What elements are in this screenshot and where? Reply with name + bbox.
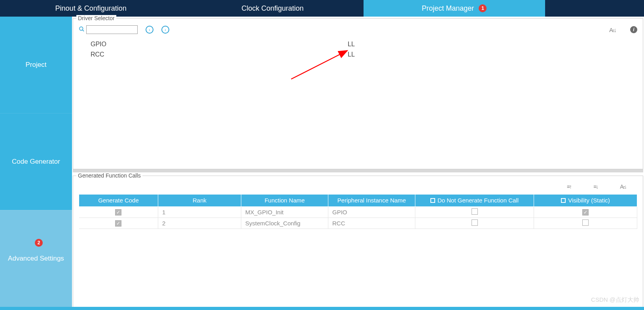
svg-point-0 xyxy=(80,26,83,30)
tab-clock[interactable]: Clock Configuration xyxy=(182,0,363,17)
watermark: CSDN @点灯大帅 xyxy=(591,296,639,304)
cell-function-name: SystemClock_Config xyxy=(241,217,328,229)
visibility-checkbox[interactable] xyxy=(582,219,589,226)
project-manager-sidebar: Project Code Generator 2 Advanced Settin… xyxy=(0,17,72,307)
checkbox-icon xyxy=(430,198,435,203)
generated-function-calls-panel: Generated Function Calls ≡↑ ≡↓ AZ↓ Gener… xyxy=(73,176,643,307)
driver-value: LL xyxy=(348,51,355,58)
driver-value: LL xyxy=(348,41,355,48)
header-function-name[interactable]: Function Name xyxy=(241,195,328,207)
move-up-icon[interactable]: ≡↑ xyxy=(567,183,571,190)
header-text: Do Not Generate Function Call xyxy=(438,197,519,204)
cell-peripheral: GPIO xyxy=(328,206,415,217)
move-down-icon[interactable]: ≡↓ xyxy=(593,183,598,190)
do-not-generate-checkbox[interactable] xyxy=(472,208,478,215)
annotation-badge-1: 1 xyxy=(479,4,487,12)
tab-label: Clock Configuration xyxy=(241,4,303,13)
search-icon xyxy=(79,26,85,34)
cell-peripheral: RCC xyxy=(328,217,415,229)
sidebar-item-project[interactable]: Project xyxy=(0,17,72,113)
sidebar-item-label: Project xyxy=(26,61,47,69)
search-input[interactable] xyxy=(86,25,138,34)
cell-rank: 1 xyxy=(158,206,241,217)
main-area: Driver Selector ‹ › AZ↓ i GPIO LL xyxy=(72,17,644,307)
tab-pinout[interactable]: Pinout & Configuration xyxy=(0,0,182,17)
sort-az-icon[interactable]: AZ↓ xyxy=(620,183,626,190)
visibility-checkbox[interactable]: ✓ xyxy=(582,209,589,215)
collapse-all-button[interactable]: ‹ xyxy=(146,26,153,34)
function-calls-toolbar: ≡↑ ≡↓ AZ↓ xyxy=(79,181,637,192)
panel-separator xyxy=(73,169,643,172)
bottom-strip xyxy=(0,307,644,310)
header-visibility-static[interactable]: Visibility (Static) xyxy=(534,195,637,207)
panel-legend: Driver Selector xyxy=(76,15,116,21)
panel-legend: Generated Function Calls xyxy=(76,172,142,179)
tab-label: Pinout & Configuration xyxy=(55,4,127,13)
cell-rank: 2 xyxy=(158,217,241,229)
checkbox-icon xyxy=(561,198,566,203)
table-row[interactable]: ✓ 2 SystemClock_Config RCC xyxy=(79,217,637,229)
driver-row-gpio[interactable]: GPIO LL xyxy=(79,39,637,49)
header-rank[interactable]: Rank xyxy=(158,195,241,207)
sort-az-icon[interactable]: AZ↓ xyxy=(609,26,616,33)
driver-name: RCC xyxy=(79,51,348,58)
top-tabs: Pinout & Configuration Clock Configurati… xyxy=(0,0,644,17)
annotation-badge-2: 2 xyxy=(35,239,43,247)
driver-name: GPIO xyxy=(79,41,348,48)
table-header-row: Generate Code Rank Function Name Periphe… xyxy=(79,195,637,207)
header-generate-code[interactable]: Generate Code xyxy=(79,195,158,207)
driver-row-rcc[interactable]: RCC LL xyxy=(79,49,637,60)
sidebar-item-label: Code Generator xyxy=(12,158,60,166)
header-text: Visibility (Static) xyxy=(568,197,610,204)
driver-selector-controls: ‹ › AZ↓ i xyxy=(79,24,637,35)
do-not-generate-checkbox[interactable] xyxy=(472,219,478,226)
sidebar-item-advanced-settings[interactable]: 2 Advanced Settings xyxy=(0,210,72,307)
driver-selector-panel: Driver Selector ‹ › AZ↓ i GPIO LL xyxy=(73,18,643,169)
info-icon[interactable]: i xyxy=(630,26,637,33)
cell-function-name: MX_GPIO_Init xyxy=(241,206,328,217)
svg-line-1 xyxy=(82,30,84,31)
generate-code-checkbox[interactable]: ✓ xyxy=(115,220,121,227)
table-row[interactable]: ✓ 1 MX_GPIO_Init GPIO ✓ xyxy=(79,206,637,217)
tab-project-manager[interactable]: Project Manager 1 xyxy=(364,0,545,17)
sidebar-item-code-generator[interactable]: Code Generator xyxy=(0,113,72,210)
function-calls-table: Generate Code Rank Function Name Periphe… xyxy=(79,194,637,229)
driver-selector-right-icons: AZ↓ i xyxy=(609,26,637,33)
driver-selector-list: GPIO LL RCC LL xyxy=(79,39,637,60)
sidebar-item-label: Advanced Settings xyxy=(8,255,64,263)
tab-label: Project Manager xyxy=(422,4,474,13)
header-peripheral-instance[interactable]: Peripheral Instance Name xyxy=(328,195,415,207)
generate-code-checkbox[interactable]: ✓ xyxy=(115,209,121,215)
header-do-not-generate[interactable]: Do Not Generate Function Call xyxy=(415,195,534,207)
tab-trailing-space xyxy=(545,0,644,17)
expand-all-button[interactable]: › xyxy=(161,26,169,34)
